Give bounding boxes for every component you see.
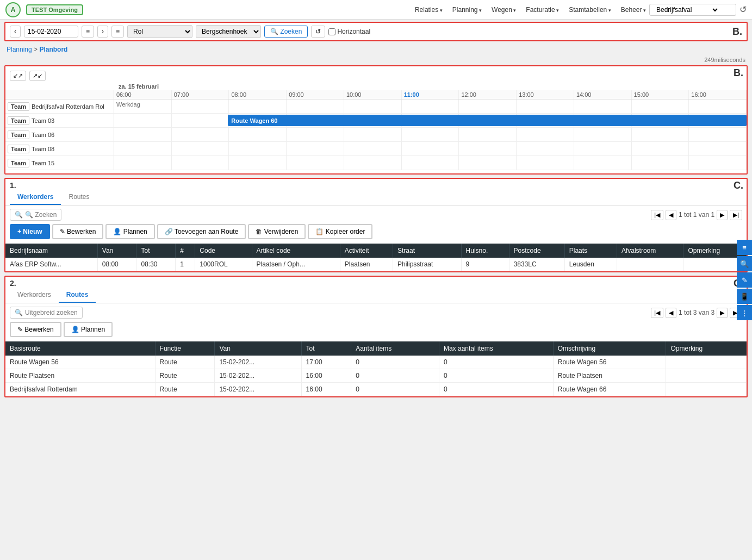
s2-prev-page-btn[interactable]: ◀ bbox=[666, 308, 676, 318]
timeline-cells-2 bbox=[114, 128, 747, 141]
section2-search[interactable]: 🔍 Uitgebreid zoeken bbox=[10, 307, 83, 319]
right-icon-search[interactable]: 🔍 bbox=[737, 256, 752, 271]
route-bar-wagen60[interactable]: Route Wagen 60 bbox=[228, 115, 747, 126]
nav-wegen[interactable]: Wegen bbox=[492, 6, 516, 14]
label-col-header bbox=[5, 90, 114, 99]
first-page-btn[interactable]: |◀ bbox=[651, 210, 663, 220]
toolbar-refresh-button[interactable]: ↺ bbox=[311, 26, 325, 38]
werkorder-row-0[interactable]: Afas ERP Softw... 08:00 08:30 1 1000ROL … bbox=[5, 258, 747, 271]
location-select[interactable]: Bergschenhoek bbox=[196, 25, 261, 38]
tab2-routes[interactable]: Routes bbox=[59, 288, 96, 303]
cell-postcode: 3833LC bbox=[509, 258, 564, 271]
route-row-0[interactable]: Route Wagen 56 Route 15-02-202... 17:00 … bbox=[5, 356, 747, 369]
search-button[interactable]: 🔍 Zoeken bbox=[264, 26, 308, 38]
horizontal-checkbox[interactable] bbox=[328, 28, 335, 35]
right-icons-panel: ≡ 🔍 ✎ 📱 ⋮ bbox=[737, 240, 752, 320]
r-col-tot: Tot bbox=[301, 341, 351, 356]
r-van-0: 15-02-202... bbox=[215, 356, 301, 369]
s2-bewerken-button[interactable]: ✎ Bewerken bbox=[10, 322, 61, 337]
hour-0900: 09:00 bbox=[287, 90, 344, 99]
search-icon-s1: 🔍 bbox=[15, 211, 23, 219]
team-name-2: Team 06 bbox=[32, 132, 54, 138]
tab-werkorders[interactable]: Werkorders bbox=[10, 190, 61, 205]
team-row-3: Team Team 08 bbox=[5, 142, 747, 156]
next-page-btn[interactable]: ▶ bbox=[717, 210, 728, 220]
routes-thead: Basisroute Functie Van Tot Aantal items … bbox=[5, 341, 747, 356]
cell-van: 08:00 bbox=[97, 258, 136, 271]
next-date-button[interactable]: › bbox=[97, 26, 108, 38]
timeline-cells-4 bbox=[114, 156, 747, 170]
expand-button[interactable]: ↙↗ bbox=[10, 71, 26, 81]
timeline-header-row: 06:00 07:00 08:00 09:00 10:00 11:00 12:0… bbox=[5, 90, 747, 99]
hour-1500: 15:00 bbox=[632, 90, 689, 99]
nav-facturatie[interactable]: Facturatie bbox=[526, 6, 559, 14]
nav-stamtabellen[interactable]: Stamtabellen bbox=[569, 6, 611, 14]
right-icon-menu[interactable]: ≡ bbox=[737, 240, 752, 255]
hour-1400: 14:00 bbox=[574, 90, 632, 99]
search-label-s1: 🔍 Zoeken bbox=[25, 211, 57, 219]
last-page-btn[interactable]: ▶| bbox=[730, 210, 742, 220]
nav-beheer[interactable]: Beheer bbox=[621, 6, 646, 14]
col-code: Code bbox=[195, 244, 252, 258]
prev-page-btn[interactable]: ◀ bbox=[666, 210, 676, 220]
route-row-2[interactable]: Bedrijfsafval Rotterdam Route 15-02-202.… bbox=[5, 383, 747, 396]
verwijderen-button[interactable]: 🗑 Verwijderen bbox=[248, 224, 306, 239]
col-activiteit: Activiteit bbox=[340, 244, 393, 258]
planbord-controls: ↙↗ ↗↙ bbox=[5, 70, 747, 82]
r-omschr-0: Route Wagen 56 bbox=[553, 356, 666, 369]
routes-tbody: Route Wagen 56 Route 15-02-202... 17:00 … bbox=[5, 356, 747, 396]
r-functie-0: Route bbox=[155, 356, 215, 369]
s2-first-page-btn[interactable]: |◀ bbox=[651, 308, 663, 318]
timeline-hours: 06:00 07:00 08:00 09:00 10:00 11:00 12:0… bbox=[114, 90, 747, 99]
hour-1100: 11:00 bbox=[402, 90, 459, 99]
rol-select[interactable]: Rol bbox=[127, 25, 192, 38]
team-label-0: Team Bedrijfsafval Rotterdam Rol bbox=[5, 99, 114, 113]
cell-afvalstroom bbox=[617, 258, 683, 271]
timeline-cells-1[interactable]: Route Wagen 60 bbox=[114, 114, 747, 127]
r-omschr-1: Route Plaatsen bbox=[553, 369, 666, 383]
bewerken-button[interactable]: ✎ Bewerken bbox=[52, 224, 104, 239]
tab2-werkorders[interactable]: Werkorders bbox=[10, 288, 59, 303]
kopieer-order-button[interactable]: 📋 Kopieer order bbox=[308, 224, 372, 239]
nav-planning[interactable]: Planning bbox=[452, 6, 482, 14]
section1-tabs: Werkorders Routes bbox=[5, 179, 747, 206]
plannen-button[interactable]: 👤 Plannen bbox=[105, 224, 154, 239]
date-input[interactable] bbox=[24, 26, 78, 38]
team-badge-4: Team bbox=[8, 159, 29, 167]
r-basisroute-2: Bedrijfsafval Rotterdam bbox=[5, 383, 155, 396]
right-icon-more[interactable]: ⋮ bbox=[737, 305, 752, 320]
tab-routes[interactable]: Routes bbox=[61, 190, 97, 205]
hour-1600: 16:00 bbox=[689, 90, 747, 99]
col-artikel-code: Artikel code bbox=[252, 244, 340, 258]
s2-plannen-button[interactable]: 👤 Plannen bbox=[64, 322, 113, 337]
nieuw-button[interactable]: + Nieuw bbox=[10, 224, 50, 239]
team-name-3: Team 08 bbox=[32, 146, 54, 152]
horizontal-label: Horizontaal bbox=[337, 28, 370, 35]
right-icon-mobile[interactable]: 📱 bbox=[737, 289, 752, 304]
contract-button[interactable]: ↗↙ bbox=[29, 71, 46, 81]
nav-relaties[interactable]: Relaties bbox=[415, 6, 443, 14]
r-col-aantal: Aantal items bbox=[351, 341, 439, 356]
r-aantal-2: 0 bbox=[351, 383, 439, 396]
horizontal-checkbox-label[interactable]: Horizontaal bbox=[328, 28, 370, 35]
breadcrumb-parent[interactable]: Planning bbox=[7, 46, 32, 53]
col-plaats: Plaats bbox=[564, 244, 617, 258]
svg-text:A: A bbox=[11, 6, 16, 14]
list-view-button[interactable]: ≡ bbox=[111, 26, 124, 38]
app-logo: A bbox=[5, 2, 21, 17]
team-label-2: Team Team 06 bbox=[5, 128, 114, 141]
toevoegen-route-button[interactable]: 🔗 Toevoegen aan Route bbox=[157, 224, 246, 239]
team-badge-1: Team bbox=[8, 116, 29, 125]
calendar-grid-button[interactable]: ≡ bbox=[82, 26, 94, 38]
company-select-box[interactable]: Bedrijfsafval bbox=[649, 4, 736, 16]
team-label-1: Team Team 03 bbox=[5, 114, 114, 127]
breadcrumb-current: Planbord bbox=[39, 46, 67, 53]
right-icon-edit[interactable]: ✎ bbox=[737, 272, 752, 288]
route-row-1[interactable]: Route Plaatsen Route 15-02-202... 16:00 … bbox=[5, 369, 747, 383]
s2-next-page-btn[interactable]: ▶ bbox=[717, 308, 728, 318]
company-select[interactable]: Bedrijfsafval bbox=[654, 5, 719, 14]
prev-date-button[interactable]: ‹ bbox=[10, 26, 21, 38]
r-omschr-2: Route Wagen 66 bbox=[553, 383, 666, 396]
nav-refresh-button[interactable]: ↺ bbox=[739, 4, 747, 15]
section1-search[interactable]: 🔍 🔍 Zoeken bbox=[10, 209, 61, 221]
